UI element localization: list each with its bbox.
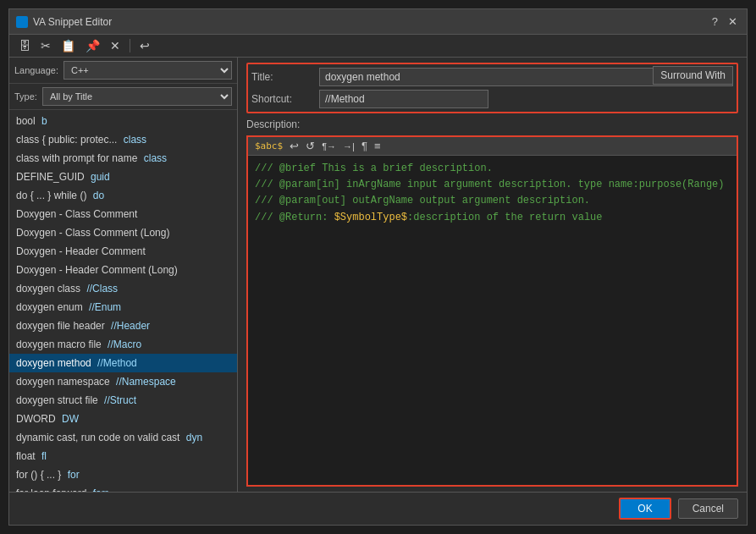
snippet-item[interactable]: do { ... } while () do (9, 186, 237, 205)
snippet-name: Doxygen - Header Comment (16, 245, 146, 257)
snippet-shortcut: class (141, 152, 167, 164)
snippet-shortcut: //Method (95, 357, 137, 369)
left-panel: Language: C++ Type: All by Title bool bc… (9, 58, 238, 492)
snippet-item[interactable]: bool b (9, 112, 237, 130)
snippet-name: Doxygen - Class Comment (16, 208, 137, 220)
snippet-name: doxygen struct file //Struct (16, 394, 136, 406)
snippet-item[interactable]: Doxygen - Class Comment (9, 205, 237, 223)
snippet-name: DWORD DW (16, 413, 79, 425)
snippet-name: doxygen namespace //Namespace (16, 376, 176, 388)
surround-with-button[interactable]: Surround With (653, 66, 733, 85)
snippet-shortcut: for (64, 469, 79, 481)
editor-toolbar: $abc$ ↩ ↺ ¶→ →| ¶ ≡ (248, 137, 737, 156)
snippet-item[interactable]: Doxygen - Header Comment (9, 242, 237, 261)
editor-line: /// @param[in] inArgName input argument … (255, 177, 730, 193)
type-select[interactable]: All by Title (42, 87, 232, 106)
snippet-name: class { public: protec... class (16, 134, 146, 146)
help-button[interactable]: ? (709, 15, 720, 28)
title-bar: VA Snippet Editor ? ✕ (9, 9, 747, 35)
undo-icon[interactable]: ↩ (137, 38, 152, 53)
language-filter-row: Language: C++ (9, 58, 237, 84)
save-icon[interactable]: 🗄 (16, 38, 33, 53)
window-title: VA Snippet Editor (33, 16, 709, 28)
snippet-shortcut: dyn (183, 432, 202, 443)
snippet-item[interactable]: doxygen method //Method (9, 354, 237, 372)
snippet-var-btn[interactable]: $abc$ (253, 140, 284, 151)
language-label: Language: (14, 65, 58, 75)
title-bar-controls: ? ✕ (709, 15, 740, 28)
snippet-item[interactable]: doxygen struct file //Struct (9, 391, 237, 410)
ok-button[interactable]: OK (619, 498, 670, 520)
shortcut-input[interactable] (319, 90, 488, 108)
snippet-name: doxygen method //Method (16, 357, 137, 369)
snippet-name: for () { ... } for (16, 469, 80, 481)
description-row: Description: (246, 118, 738, 130)
delete-icon[interactable]: ✕ (108, 38, 123, 53)
snippet-shortcut: //Namespace (113, 376, 176, 388)
title-shortcut-box: Title: Surround With Shortcut: (246, 63, 738, 113)
main-content: Language: C++ Type: All by Title bool bc… (9, 58, 747, 492)
snippet-item[interactable]: Doxygen - Header Comment (Long) (9, 261, 237, 279)
snippet-item[interactable]: doxygen enum //Enum (9, 298, 237, 317)
editor-content[interactable]: /// @brief This is a brief description./… (248, 156, 737, 485)
indent-btn[interactable]: ¶→ (320, 141, 338, 151)
snippet-name: do { ... } while () do (16, 190, 104, 201)
app-icon (16, 16, 28, 28)
snippet-item[interactable]: doxygen file header //Header (9, 317, 237, 335)
cancel-button[interactable]: Cancel (678, 498, 738, 519)
snippet-name: Doxygen - Class Comment (Long) (16, 227, 169, 239)
shortcut-label: Shortcut: (251, 93, 319, 105)
editor-line: /// @Return: $SymbolType$:description of… (255, 210, 730, 226)
snippet-shortcut: //Class (84, 283, 118, 295)
editor-area: $abc$ ↩ ↺ ¶→ →| ¶ ≡ /// @brief This is a… (246, 135, 738, 487)
redo-btn[interactable]: ↺ (304, 140, 317, 152)
para-btn[interactable]: ¶ (360, 140, 369, 152)
snippet-shortcut: //Enum (86, 301, 121, 313)
snippet-name: doxygen file header //Header (16, 320, 150, 332)
snippet-name: dynamic cast, run code on valid cast dyn (16, 432, 202, 443)
snippet-item[interactable]: dynamic cast, run code on valid cast dyn (9, 428, 237, 447)
pin-icon[interactable]: 📌 (83, 38, 102, 53)
snippet-name: DEFINE_GUID guid (16, 171, 110, 183)
main-toolbar: 🗄 ✂ 📋 📌 ✕ ↩ (9, 35, 747, 58)
snippet-item[interactable]: float fl (9, 447, 237, 465)
dialog-window: VA Snippet Editor ? ✕ 🗄 ✂ 📋 📌 ✕ ↩ Langua… (8, 8, 748, 526)
snippet-name: class with prompt for name class (16, 152, 167, 164)
list-btn[interactable]: ≡ (372, 140, 383, 152)
snippet-shortcut: //Macro (105, 339, 141, 350)
description-label: Description: (246, 118, 314, 130)
snippet-item[interactable]: class { public: protec... class (9, 130, 237, 149)
shortcut-row: Shortcut: (251, 90, 733, 108)
snippet-name: doxygen class //Class (16, 283, 118, 295)
snippet-name: doxygen enum //Enum (16, 301, 121, 313)
snippet-item[interactable]: for loop forward forr (9, 484, 237, 492)
undo-btn[interactable]: ↩ (288, 140, 301, 152)
snippet-item[interactable]: doxygen macro file //Macro (9, 335, 237, 354)
copy-icon[interactable]: 📋 (58, 38, 78, 53)
language-select[interactable]: C++ (63, 61, 232, 80)
snippet-shortcut: b (39, 115, 47, 127)
snippet-item[interactable]: Doxygen - Class Comment (Long) (9, 223, 237, 242)
snippet-shortcut: class (120, 134, 146, 146)
snippet-item[interactable]: for () { ... } for (9, 465, 237, 484)
toolbar-separator (130, 39, 130, 52)
snippet-item[interactable]: doxygen namespace //Namespace (9, 372, 237, 391)
snippet-name: doxygen macro file //Macro (16, 339, 141, 350)
type-label: Type: (14, 91, 37, 102)
editor-line: /// @brief This is a brief description. (255, 161, 730, 177)
title-row: Title: Surround With (251, 68, 733, 86)
type-filter-row: Type: All by Title (9, 84, 237, 110)
close-button[interactable]: ✕ (726, 15, 740, 28)
snippet-item[interactable]: doxygen class //Class (9, 279, 237, 298)
snippet-item[interactable]: DWORD DW (9, 410, 237, 428)
snippet-shortcut: do (90, 190, 104, 201)
cut-icon[interactable]: ✂ (38, 38, 53, 53)
tab-btn[interactable]: →| (341, 141, 356, 151)
snippet-item[interactable]: DEFINE_GUID guid (9, 168, 237, 186)
snippet-shortcut: DW (59, 413, 79, 425)
snippet-shortcut: fl (39, 450, 47, 462)
snippet-name: Doxygen - Header Comment (Long) (16, 264, 178, 276)
snippet-list: bool bclass { public: protec... classcla… (9, 110, 237, 492)
snippet-item[interactable]: class with prompt for name class (9, 149, 237, 168)
title-label: Title: (251, 71, 319, 83)
